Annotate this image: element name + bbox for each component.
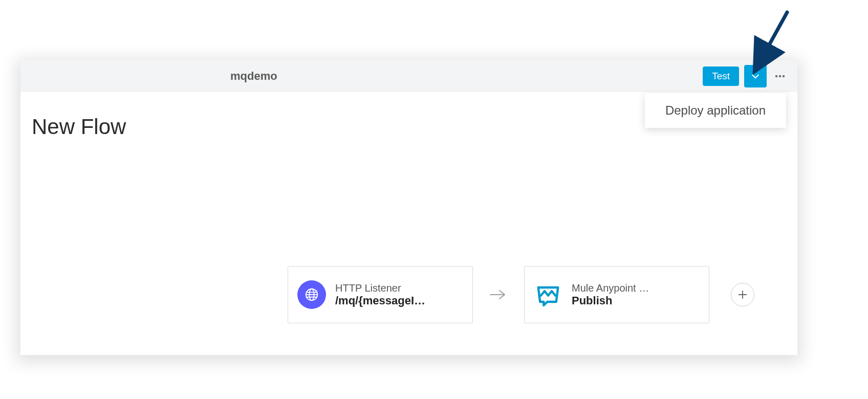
globe-icon bbox=[304, 287, 319, 302]
more-horizontal-icon bbox=[774, 70, 786, 82]
deploy-dropdown-menu: Deploy application bbox=[645, 93, 786, 128]
svg-point-0 bbox=[775, 75, 777, 77]
node-value-label: Publish bbox=[572, 294, 649, 307]
arrow-right-icon bbox=[489, 289, 508, 301]
svg-point-1 bbox=[779, 75, 781, 77]
svg-line-9 bbox=[760, 12, 787, 62]
flow-row: HTTP Listener /mq/{messageI… bbox=[288, 266, 754, 323]
flow-title: New Flow bbox=[32, 115, 126, 139]
anypoint-mq-icon bbox=[534, 280, 562, 309]
dropdown-toggle-button[interactable] bbox=[744, 65, 767, 87]
header-actions: Test bbox=[703, 60, 788, 92]
deploy-application-item[interactable]: Deploy application bbox=[665, 103, 766, 118]
http-listener-icon bbox=[297, 280, 326, 309]
flow-node-mq-publish[interactable]: Mule Anypoint … Publish bbox=[524, 266, 709, 323]
mq-icon bbox=[534, 280, 562, 309]
add-node-button[interactable] bbox=[731, 283, 754, 306]
project-title: mqdemo bbox=[230, 70, 277, 83]
node-value-label: /mq/{messageI… bbox=[335, 294, 425, 307]
plus-icon bbox=[737, 289, 748, 300]
node-text: HTTP Listener /mq/{messageI… bbox=[335, 282, 425, 307]
node-text: Mule Anypoint … Publish bbox=[572, 282, 649, 307]
node-type-label: HTTP Listener bbox=[335, 282, 425, 294]
more-options-button[interactable] bbox=[772, 65, 788, 87]
flow-connector bbox=[473, 289, 524, 301]
svg-point-2 bbox=[783, 75, 785, 77]
node-type-label: Mule Anypoint … bbox=[572, 282, 649, 294]
header-bar: mqdemo Test Deploy application bbox=[20, 60, 797, 92]
flow-node-http-listener[interactable]: HTTP Listener /mq/{messageI… bbox=[288, 266, 473, 323]
test-button[interactable]: Test bbox=[703, 66, 739, 86]
chevron-down-icon bbox=[750, 71, 761, 81]
app-window: mqdemo Test Deploy application New Flow bbox=[20, 60, 797, 355]
flow-canvas[interactable]: New Flow HTTP Listener /mq/{messageI… bbox=[20, 92, 797, 355]
